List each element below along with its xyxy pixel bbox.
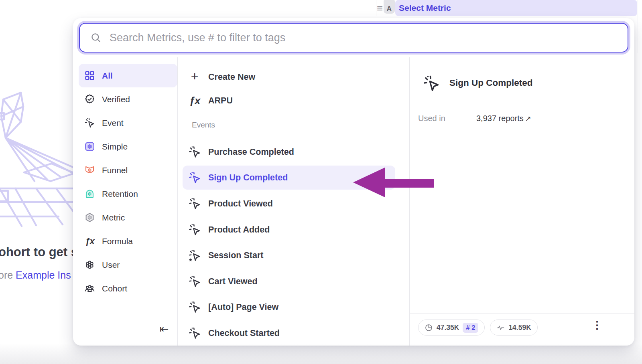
sidebar-item-user[interactable]: User [79,253,177,277]
sidebar-item-label: Simple [102,142,128,152]
example-insights-link[interactable]: Example Ins [16,269,71,281]
formula-fx-icon: ƒx [188,94,201,107]
page-bottom-shadow [0,343,642,364]
metric-details-panel: Sign Up Completed Used in 3,937 reports↗… [409,18,634,346]
sidebar-item-label: Verified [102,95,130,104]
event-cursor-icon [188,171,201,184]
event-cursor-icon [188,145,201,159]
panel-divider [376,0,376,16]
used-in-value: 3,937 reports [476,114,524,123]
grid-icon [84,70,95,81]
user-cluster-icon [84,259,95,270]
details-title: Sign Up Completed [449,78,533,88]
stat-value: 14.59K [508,324,531,332]
sidebar-item-label: Cohort [102,284,127,293]
list-item-label: Product Added [208,225,270,235]
simple-icon [84,141,95,152]
list-item-label: Cart Viewed [208,277,258,287]
list-item-checkout-started[interactable]: Checkout Started [183,321,395,345]
drag-handle-icon[interactable]: ≡ [377,0,383,16]
list-item-arpu[interactable]: ƒx ARPU [183,89,395,113]
sidebar-item-retention[interactable]: Retention [79,182,177,206]
formula-fx-icon: ƒx [84,236,95,247]
select-metric-button[interactable]: Select Metric [395,0,637,16]
list-item-label: [Auto] Page View [208,302,278,312]
list-item-label: Checkout Started [208,328,280,338]
list-item-label: Sign Up Completed [208,173,288,183]
event-cursor-icon [188,223,201,237]
list-item-product-added[interactable]: Product Added [183,218,395,242]
stat-pills: 47.35K # 2 14.59K [418,320,538,336]
retention-icon [84,188,95,199]
sidebar-item-label: All [102,71,113,81]
north-east-arrow-icon: ↗ [525,115,531,123]
plus-icon: + [188,70,201,84]
activity-pulse-icon [496,324,505,332]
panel-divider [359,0,359,16]
query-builder-header: ≡ A Select Metric [0,0,642,18]
background-illustration [0,89,78,261]
panel-edge [638,0,638,53]
used-in-label: Used in [418,114,445,123]
collapse-sidebar-button[interactable]: ⇤ [150,322,169,336]
search-icon [90,32,102,43]
cohort-people-icon [84,283,95,294]
sidebar-item-all[interactable]: All [79,64,177,87]
list-item-cart-viewed[interactable]: Cart Viewed [183,269,395,293]
filter-sidebar: All Verified Event Simple Funnel Retenti… [79,64,177,300]
sidebar-item-label: Metric [102,213,125,222]
pie-chart-icon [425,324,433,332]
rank-badge: # 2 [463,323,478,333]
metric-row-badge: A [384,0,395,14]
list-item-label: ARPU [208,96,233,106]
sidebar-item-verified[interactable]: Verified [79,87,177,111]
sidebar-item-label: User [102,260,120,270]
sidebar-item-event[interactable]: Event [79,111,177,135]
create-new-button[interactable]: + Create New [183,65,395,89]
more-options-button[interactable]: ⋮ [589,317,605,333]
event-cursor-icon [423,75,440,92]
volume-stat-pill[interactable]: 47.35K # 2 [418,320,485,336]
details-footer-divider [409,313,634,314]
list-item-label: Purchase Completed [208,147,294,157]
sidebar-item-metric[interactable]: Metric [79,206,177,229]
select-metric-label: Select Metric [399,3,451,13]
sidebar-footer-divider [81,312,177,312]
create-new-label: Create New [208,72,255,82]
event-cursor-icon [188,326,201,340]
list-item-label: Product Viewed [208,199,273,209]
activity-stat-pill[interactable]: 14.59K [490,320,537,336]
screen: ohort to get s ore Example Ins ≡ A Selec… [0,0,642,364]
annotation-arrow [351,165,435,198]
background-headline: ohort to get s [0,245,78,259]
list-item-purchase-completed[interactable]: Purchase Completed [183,140,395,164]
event-cursor-icon [188,197,201,210]
sidebar-item-funnel[interactable]: Funnel [79,158,177,182]
sidebar-item-cohort[interactable]: Cohort [79,277,177,300]
used-in-reports-link[interactable]: 3,937 reports↗ [476,114,531,123]
event-cursor-icon [188,275,201,288]
sidebar-item-formula[interactable]: ƒx Formula [79,229,177,253]
list-item-label: Session Start [208,251,263,261]
sidebar-item-label: Event [102,118,124,128]
stat-value: 47.35K [437,324,459,332]
sidebar-item-label: Formula [102,237,133,246]
background-link-prefix: ore [0,269,16,281]
background-subline: ore Example Ins [0,269,71,281]
event-star-cursor-icon [188,249,201,262]
verified-badge-icon [84,94,95,105]
funnel-icon [84,165,95,176]
event-cursor-icon [188,300,201,314]
event-cursor-icon [84,117,95,128]
sidebar-item-label: Retention [102,189,138,199]
list-item-auto-page-view[interactable]: [Auto] Page View [183,295,395,319]
sidebar-item-simple[interactable]: Simple [79,135,177,158]
sidebar-item-label: Funnel [102,166,128,175]
list-item-session-start[interactable]: Session Start [183,243,395,267]
events-section-header: Events [192,121,215,129]
metric-hexagon-icon [84,212,95,223]
